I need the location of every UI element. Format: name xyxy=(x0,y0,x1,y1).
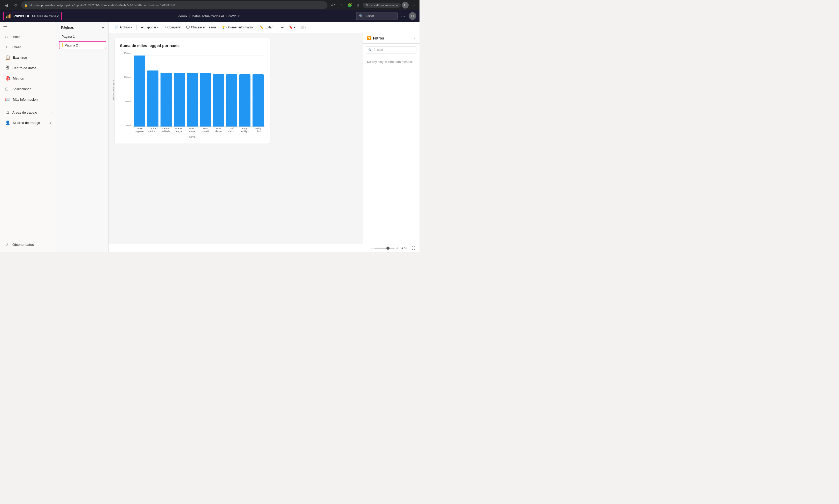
bar-emil xyxy=(213,52,224,127)
bookmark-button[interactable]: 🔖 ▾ xyxy=(287,24,297,30)
top-bar: Power BI Mi área de trabajo demo | Datos… xyxy=(0,10,420,22)
content-column: 📄 Archivo ▾ ↦ Exportar ▾ ↗ Compartir 💬 C… xyxy=(108,22,420,252)
sidebar-toggle-button[interactable]: ☰ xyxy=(0,22,57,32)
zoom-in-button[interactable]: + xyxy=(396,246,398,250)
bar-george-rect[interactable] xyxy=(147,71,158,127)
compartir-button[interactable]: ↗ Compartir xyxy=(161,24,183,30)
sidebar-item-aplicaciones[interactable]: ⊞ Aplicaciones xyxy=(1,84,55,94)
bar-jeanp-rect[interactable] xyxy=(174,73,185,127)
read-mode-button[interactable]: A↗ xyxy=(329,2,337,9)
pages-collapse-button[interactable]: « xyxy=(102,25,104,30)
chart-title: Suma de miles-logged por name xyxy=(120,43,265,48)
favorites-button[interactable]: ☆ xyxy=(338,2,345,9)
view-button[interactable]: ⬜ ▾ xyxy=(298,24,309,30)
top-search-bar[interactable]: 🔍 Buscar xyxy=(356,12,397,20)
sidebar-item-mas-info[interactable]: 📖 Más información xyxy=(1,94,55,105)
bar-david-rect[interactable] xyxy=(187,73,198,127)
sidebar-item-examinar[interactable]: 📋 Examinar xyxy=(1,52,55,62)
fullscreen-button[interactable]: ⛶ xyxy=(412,246,415,250)
undo-icon: ↩ xyxy=(281,25,284,29)
bar-jeff-rect[interactable] xyxy=(226,74,237,127)
bar-rohit-rect[interactable] xyxy=(200,73,211,127)
bar-teddy-rect[interactable] xyxy=(253,74,264,127)
zoom-level: 54 % xyxy=(400,246,409,250)
page-item-page2[interactable]: Página 2 xyxy=(59,41,106,49)
page1-label: Página 1 xyxy=(62,35,75,38)
chatear-button[interactable]: 💬 Chatear en Teams xyxy=(184,24,218,30)
bottom-bar: - + 54 % ⛶ xyxy=(108,244,420,252)
get-data-icon: ↗ xyxy=(5,242,10,247)
x-labels: JamieEngesser GeorgeVettica... SridharaS… xyxy=(133,127,265,134)
editar-button[interactable]: ✏️ Editar xyxy=(258,24,275,30)
undo-button[interactable]: ↩ xyxy=(279,24,286,30)
browser-profile-avatar[interactable]: U xyxy=(402,2,409,8)
sidebar-item-centro-datos[interactable]: 🗄 Centro de datos xyxy=(1,63,55,73)
sidebar-label-mi-area: Mi área de trabajo xyxy=(13,121,47,125)
svg-rect-3 xyxy=(10,14,11,18)
y-tick-150: 150 mil xyxy=(124,52,131,54)
y-tick-50: 50 mil xyxy=(125,100,131,103)
updated-chevron-icon[interactable]: ▾ xyxy=(238,15,240,18)
extensions-button[interactable]: 🧩 xyxy=(346,2,353,9)
exportar-button[interactable]: ↦ Exportar ▾ xyxy=(139,24,160,30)
archivo-icon: 📄 xyxy=(115,25,119,29)
svg-rect-2 xyxy=(9,15,10,19)
bar-greg xyxy=(239,52,251,127)
user-avatar[interactable]: U xyxy=(409,12,416,20)
bar-greg-rect[interactable] xyxy=(239,74,251,127)
learn-icon: 📖 xyxy=(5,97,10,102)
svg-rect-0 xyxy=(6,17,7,18)
sidebar-item-inicio[interactable]: ⌂ Inicio xyxy=(1,32,55,41)
brand-name: Power BI xyxy=(14,14,29,18)
zoom-slider[interactable] xyxy=(374,248,395,249)
powerbi-brand[interactable]: Power BI Mi área de trabajo xyxy=(3,12,62,20)
chart-container: Suma de miles-logged por name 150 mil 10… xyxy=(115,38,270,144)
x-label-jamie: JamieEngesser xyxy=(134,127,145,134)
refresh-button[interactable]: ↻ xyxy=(12,2,19,9)
page-item-page1[interactable]: Página 1 xyxy=(59,33,106,40)
bar-sridhara xyxy=(160,52,172,127)
bar-george xyxy=(147,52,158,127)
sidebar-item-crear[interactable]: + Crear xyxy=(1,42,55,52)
sidebar-item-areas-trabajo[interactable]: 🗂 Áreas de trabajo › xyxy=(1,107,55,117)
browser-more-button[interactable]: ⋯ xyxy=(410,2,417,9)
back-button[interactable]: ◀ xyxy=(3,2,10,9)
bookmark-chevron-icon: ▾ xyxy=(294,26,295,29)
obtener-info-button[interactable]: 💡 Obtener información xyxy=(220,24,257,30)
pages-panel-title: Páginas xyxy=(61,25,74,30)
top-more-button[interactable]: ··· xyxy=(399,12,407,20)
filters-expand-button[interactable]: » xyxy=(414,36,415,40)
bar-emil-rect[interactable] xyxy=(213,74,224,127)
archivo-button[interactable]: 📄 Archivo ▾ xyxy=(113,24,134,30)
page2-active-indicator xyxy=(62,43,63,47)
sidebar-label-inicio: Inicio xyxy=(12,35,51,39)
exportar-chevron-icon: ▾ xyxy=(157,26,158,29)
workspaces-icon: 🗂 xyxy=(5,110,10,115)
zoom-out-button[interactable]: - xyxy=(371,246,373,250)
sidebar-label-areas-trabajo: Áreas de trabajo xyxy=(12,110,48,114)
sync-button[interactable]: No se está sincronizando xyxy=(363,3,401,8)
bar-sridhara-rect[interactable] xyxy=(160,73,172,127)
sidebar-item-obtener-datos[interactable]: ↗ Obtener datos xyxy=(1,240,55,250)
filters-search[interactable]: 🔍 Buscar xyxy=(366,46,416,53)
sidebar-item-metrics[interactable]: 🎯 Metrics xyxy=(1,73,55,84)
sidebar-item-mi-area[interactable]: 👤 Mi área de trabajo ∨ xyxy=(1,118,55,128)
toolbar-divider-2 xyxy=(277,25,277,30)
top-bar-right: 🔍 Buscar ··· U xyxy=(356,12,416,20)
x-label-jeff: JeffMarkh... xyxy=(226,127,237,134)
teams-icon: 💬 xyxy=(186,25,190,29)
tab-groups-button[interactable]: ⧉ xyxy=(354,2,362,9)
y-tick-0: 0 mil xyxy=(126,124,131,127)
browse-icon: 📋 xyxy=(5,55,10,60)
x-label-teddy: TeddyChoi xyxy=(253,127,264,134)
page2-label: Página 2 xyxy=(65,43,78,47)
x-label-david: DavidKaiser xyxy=(187,127,198,134)
y-axis: 150 mil 100 mil 50 mil 0 mil Suma de mil… xyxy=(120,52,133,127)
archivo-chevron-icon: ▾ xyxy=(131,26,132,29)
filters-header: 🔽 Filtros » xyxy=(363,33,420,43)
demo-label: demo xyxy=(178,14,187,18)
bar-jamie-rect[interactable] xyxy=(134,55,145,127)
bar-teddy xyxy=(253,52,264,127)
toolbar-divider-1 xyxy=(136,25,137,30)
address-bar[interactable]: 🔒 https://app.powerbi.com/groups/me/repo… xyxy=(21,1,327,9)
